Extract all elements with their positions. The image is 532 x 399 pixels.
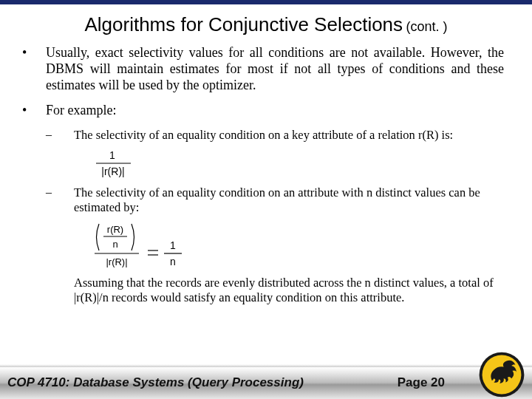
formula-text: n — [112, 239, 117, 250]
footer-course: COP 4710: Database Systems (Query Proces… — [0, 376, 304, 389]
dash-icon: – — [46, 128, 74, 143]
slide-title-suffix: (cont. ) — [406, 19, 448, 34]
footer: COP 4710: Database Systems (Query Proces… — [0, 366, 532, 399]
sub-bullet-item: – The selectivity of an equality conditi… — [18, 128, 504, 143]
footer-course-text: COP 4710: Database Systems (Query Proces… — [7, 375, 304, 389]
ucf-pegasus-logo-icon — [477, 350, 526, 399]
slide: Algorithms for Conjunctive Selections (c… — [0, 0, 532, 399]
formula-text: |r(R)| — [106, 256, 127, 267]
formula-numerator: 1 — [109, 149, 115, 161]
bullet-text: Usually, exact selectivity values for al… — [46, 45, 504, 94]
formula-text: r(R) — [107, 224, 123, 235]
formula-2: r(R) n |r(R)| 1 n — [90, 221, 504, 268]
sub-bullet-item: – The selectivity of an equality conditi… — [18, 185, 504, 215]
formula-1: 1 |r(R)| — [90, 149, 504, 178]
closing-text: Assuming that the records are evenly dis… — [18, 276, 504, 305]
bullet-item: • Usually, exact selectivity values for … — [18, 45, 504, 94]
paren-right-icon — [132, 224, 134, 250]
content-area: • Usually, exact selectivity values for … — [0, 41, 532, 366]
dash-icon: – — [46, 185, 74, 215]
formula-text: 1 — [170, 239, 176, 251]
title-wrap: Algorithms for Conjunctive Selections (c… — [0, 4, 532, 41]
bullet-text: For example: — [46, 103, 116, 119]
bullet-item: • For example: — [18, 103, 504, 119]
sub-bullet-text: The selectivity of an equality condition… — [74, 128, 453, 143]
formula-text: n — [170, 256, 176, 267]
sub-bullet-text: The selectivity of an equality condition… — [74, 185, 504, 215]
slide-title: Algorithms for Conjunctive Selections — [84, 13, 403, 35]
bullet-dot-icon: • — [18, 45, 46, 94]
bullet-dot-icon: • — [18, 103, 46, 119]
formula-denominator: |r(R)| — [101, 166, 124, 177]
paren-left-icon — [97, 224, 100, 250]
